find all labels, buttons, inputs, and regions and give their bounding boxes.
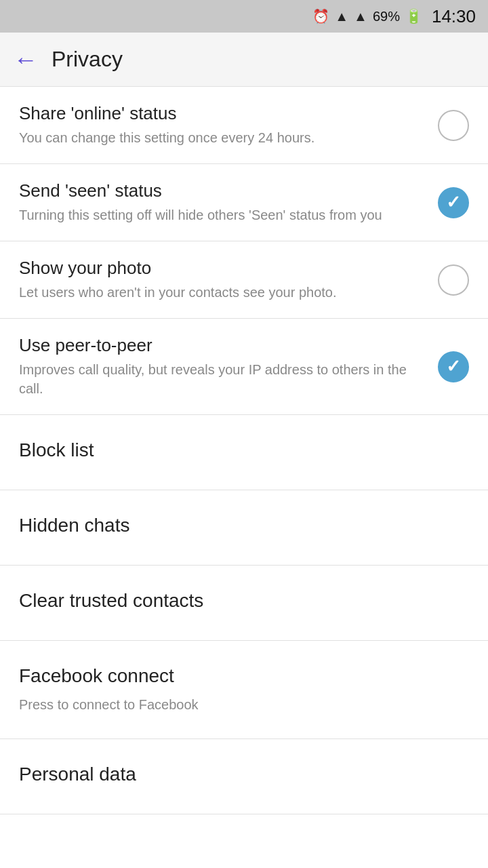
signal-icon: ▲ <box>354 9 367 24</box>
alarm-icon: ⏰ <box>312 8 329 24</box>
status-icons: ⏰ ▲ ▲ 69% 🔋 14:30 <box>312 6 476 27</box>
toggle-share-online-status[interactable] <box>438 110 469 141</box>
setting-personal-data[interactable]: Personal data <box>0 739 488 814</box>
setting-block-list[interactable]: Block list <box>0 415 488 490</box>
status-time: 14:30 <box>432 6 476 27</box>
setting-facebook-connect[interactable]: Facebook connect Press to connect to Fac… <box>0 641 488 739</box>
setting-title: Share 'online' status <box>19 103 424 124</box>
personal-data-label: Personal data <box>19 764 136 785</box>
setting-title: Send 'seen' status <box>19 180 424 201</box>
page-title: Privacy <box>52 47 123 72</box>
toggle-circle[interactable] <box>438 351 469 382</box>
toggle-send-seen-status[interactable] <box>438 187 469 218</box>
page-header: ← Privacy <box>0 33 488 87</box>
battery-icon: 🔋 <box>405 8 422 24</box>
setting-clear-trusted-contacts[interactable]: Clear trusted contacts <box>0 566 488 641</box>
setting-text: Send 'seen' status Turning this setting … <box>19 180 424 224</box>
toggle-use-peer-to-peer[interactable] <box>438 351 469 382</box>
status-bar: ⏰ ▲ ▲ 69% 🔋 14:30 <box>0 0 488 33</box>
setting-desc: You can change this setting once every 2… <box>19 128 424 147</box>
toggle-circle[interactable] <box>438 110 469 141</box>
block-list-label: Block list <box>19 439 94 461</box>
setting-send-seen-status: Send 'seen' status Turning this setting … <box>0 164 488 241</box>
back-button[interactable]: ← <box>14 47 38 72</box>
wifi-icon: ▲ <box>335 9 348 24</box>
setting-title: Use peer-to-peer <box>19 335 424 356</box>
setting-hidden-chats[interactable]: Hidden chats <box>0 490 488 566</box>
setting-text: Use peer-to-peer Improves call quality, … <box>19 335 424 398</box>
facebook-connect-label: Facebook connect <box>19 665 174 687</box>
setting-text: Show your photo Let users who aren't in … <box>19 258 424 302</box>
facebook-connect-desc: Press to connect to Facebook <box>19 695 199 714</box>
clear-trusted-contacts-label: Clear trusted contacts <box>19 590 203 612</box>
setting-use-peer-to-peer: Use peer-to-peer Improves call quality, … <box>0 319 488 415</box>
battery-level: 69% <box>373 9 400 24</box>
hidden-chats-label: Hidden chats <box>19 515 129 536</box>
setting-text: Share 'online' status You can change thi… <box>19 103 424 147</box>
setting-desc: Let users who aren't in your contacts se… <box>19 283 424 302</box>
setting-desc: Turning this setting off will hide other… <box>19 205 424 224</box>
toggle-show-your-photo[interactable] <box>438 264 469 296</box>
setting-share-online-status: Share 'online' status You can change thi… <box>0 87 488 164</box>
setting-show-your-photo: Show your photo Let users who aren't in … <box>0 241 488 319</box>
settings-list: Share 'online' status You can change thi… <box>0 87 488 814</box>
toggle-circle[interactable] <box>438 264 469 296</box>
setting-desc: Improves call quality, but reveals your … <box>19 360 424 398</box>
setting-title: Show your photo <box>19 258 424 279</box>
toggle-circle[interactable] <box>438 187 469 218</box>
